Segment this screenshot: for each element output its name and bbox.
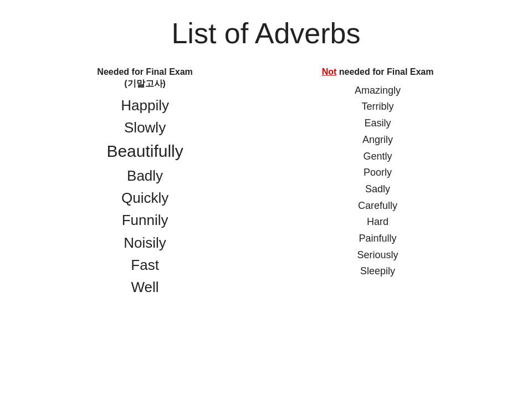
left-adverb-item: Happily bbox=[106, 94, 183, 116]
right-adverb-item: Poorly bbox=[355, 165, 401, 181]
right-adverb-item: Painfully bbox=[355, 231, 401, 247]
left-adverbs-list: HappilySlowlyBeautifullyBadlyQuicklyFunn… bbox=[106, 94, 183, 299]
left-adverb-item: Beautifully bbox=[106, 139, 183, 165]
right-adverb-item: Angrily bbox=[355, 132, 401, 149]
left-adverb-item: Noisily bbox=[106, 232, 183, 254]
right-adverb-item: Amazingly bbox=[355, 83, 401, 99]
right-adverbs-list: AmazinglyTerriblyEasilyAngrilyGentlyPoor… bbox=[355, 83, 401, 280]
right-adverb-item: Sleepily bbox=[355, 263, 401, 280]
left-header-line2: (기말고사) bbox=[124, 79, 166, 88]
left-adverb-item: Well bbox=[106, 276, 183, 298]
right-adverb-item: Terribly bbox=[355, 99, 401, 115]
right-column: Not needed for Final Exam AmazinglyTerri… bbox=[257, 66, 499, 280]
right-adverb-item: Gently bbox=[355, 149, 401, 165]
left-adverb-item: Funnily bbox=[106, 209, 183, 231]
left-column-header: Needed for Final Exam (기말고사) bbox=[97, 66, 193, 90]
right-adverb-item: Sadly bbox=[355, 181, 401, 198]
right-adverb-item: Seriously bbox=[355, 247, 401, 264]
page: List of Adverbs Needed for Final Exam (기… bbox=[0, 0, 532, 399]
left-adverb-item: Slowly bbox=[106, 116, 183, 139]
page-title: List of Adverbs bbox=[171, 17, 360, 50]
columns-container: Needed for Final Exam (기말고사) HappilySlow… bbox=[22, 66, 510, 382]
left-header-line1: Needed for Final Exam bbox=[97, 67, 193, 76]
left-column: Needed for Final Exam (기말고사) HappilySlow… bbox=[33, 66, 257, 298]
right-adverb-item: Hard bbox=[355, 214, 401, 231]
right-adverb-item: Carefully bbox=[355, 198, 401, 214]
left-adverb-item: Quickly bbox=[106, 187, 183, 209]
right-adverb-item: Easily bbox=[355, 115, 401, 132]
left-adverb-item: Badly bbox=[106, 165, 183, 187]
right-header-rest: needed for Final Exam bbox=[336, 67, 433, 76]
not-text: Not bbox=[322, 67, 337, 76]
left-adverb-item: Fast bbox=[106, 254, 183, 276]
right-column-header: Not needed for Final Exam bbox=[322, 66, 434, 78]
